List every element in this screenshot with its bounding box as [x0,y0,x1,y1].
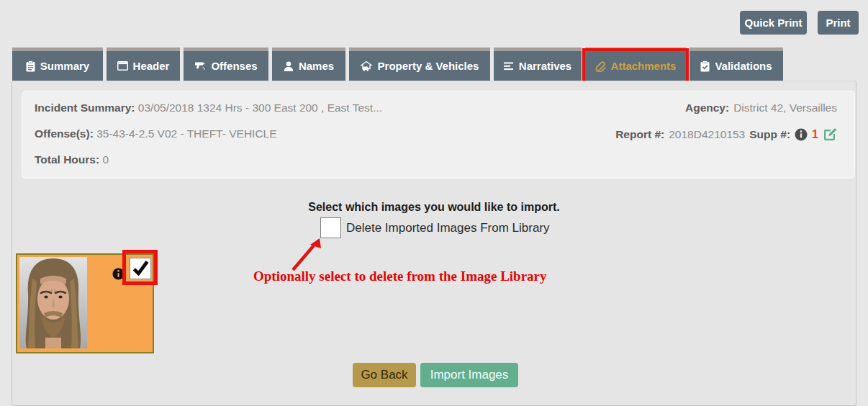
tab-summary[interactable]: Summary [12,48,103,81]
print-button[interactable]: Print [818,11,859,35]
tab-names[interactable]: Names [272,48,345,81]
delete-imported-images-label: Delete Imported Images From Library [346,221,550,235]
tab-label: Names [299,60,334,72]
supp-number-label: Supp #: [749,128,790,141]
import-instructions-heading: Select which images you would like to im… [0,201,868,214]
tab-label: Summary [40,60,89,72]
supp-count-badge: 1 [812,128,818,141]
check-icon [131,259,150,278]
edit-pencil-square-icon[interactable] [823,127,837,142]
offenses-value: 35-43-4-2.5 V02 - THEFT- VEHICLE [96,127,276,140]
paperclip-icon [595,60,606,72]
clipboard-icon [26,60,35,72]
supp-info-icon[interactable] [795,128,808,141]
tab-offenses[interactable]: Offenses [184,48,268,81]
quick-print-button[interactable]: Quick Print [740,11,807,35]
gun-icon [194,61,206,71]
tab-label: Offenses [211,60,257,72]
window-icon [117,61,128,71]
report-tab-bar: Summary Header Offenses Names [12,48,783,81]
total-hours-label: Total Hours: [35,153,99,166]
info-circle-icon[interactable] [112,268,125,280]
agency-value: District 42, Versailles [733,102,837,114]
tab-label: Header [133,60,170,72]
suspect-photo [19,257,87,348]
offenses-label: Offense(s): [35,127,94,140]
tab-label: Attachments [611,60,677,72]
tab-label: Property & Vehicles [378,60,479,72]
total-hours-value: 0 [102,153,109,166]
import-images-button[interactable]: Import Images [420,363,518,387]
tab-narratives[interactable]: Narratives [494,48,582,81]
tab-property-vehicles[interactable]: Property & Vehicles [349,48,490,81]
text-lines-icon [504,62,514,71]
optional-delete-annotation: Optionally select to delete from the Ima… [253,269,570,284]
go-back-button[interactable]: Go Back [353,363,416,387]
clipboard-check-icon [700,60,710,72]
tab-validations[interactable]: Validations [690,48,783,81]
tab-label: Validations [715,60,772,72]
report-number-label: Report #: [615,128,664,141]
image-thumbnail-card[interactable] [16,253,154,353]
incident-summary-label: Incident Summary: [35,102,135,114]
user-icon [284,61,294,71]
image-select-checkbox[interactable] [130,258,151,279]
tab-header[interactable]: Header [107,48,180,81]
tab-label: Narratives [519,60,571,72]
agency-label: Agency: [685,102,729,114]
incident-summary-panel: Incident Summary: 03/05/2018 1324 Hrs - … [22,91,855,179]
incident-summary-value: 03/05/2018 1324 Hrs - 300 East 200 , Eas… [138,102,382,114]
delete-imported-images-checkbox[interactable] [320,217,341,238]
attachments-import-page: Quick Print Print Summary Header [0,0,868,406]
report-number-value: 2018D4210153 [669,128,745,141]
tab-attachments[interactable]: Attachments [585,48,686,81]
house-car-icon [361,61,373,71]
